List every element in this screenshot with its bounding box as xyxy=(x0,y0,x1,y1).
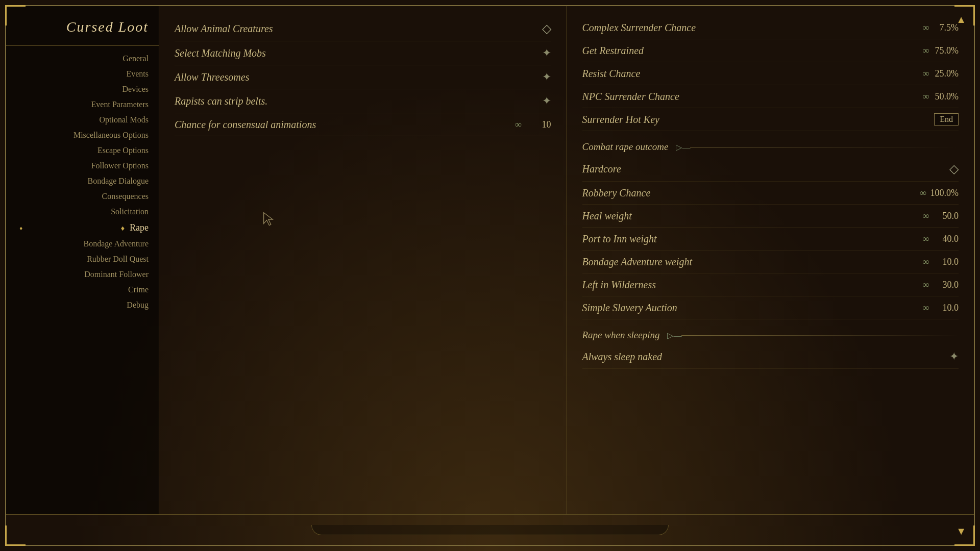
allow-threesomes-control[interactable]: ✦ xyxy=(542,70,551,84)
combat-section-expand-icon[interactable]: ▷— xyxy=(676,142,690,152)
robbery-chance-label: Robbery Chance xyxy=(582,187,651,199)
sidebar-item-events[interactable]: Events xyxy=(6,66,159,82)
hardcore-control[interactable]: ◇ xyxy=(949,162,959,176)
port-to-inn-weight-value[interactable]: 40.0 xyxy=(933,234,959,244)
complex-surrender-link-icon xyxy=(922,22,929,33)
rapists-strip-belts-control[interactable]: ✦ xyxy=(542,94,551,108)
allow-animal-creatures-icon[interactable]: ◇ xyxy=(542,21,551,36)
setting-select-matching-mobs: Select Matching Mobs ✦ xyxy=(175,41,551,65)
setting-hardcore: Hardcore ◇ xyxy=(582,157,959,182)
left-in-wilderness-label: Left in Wilderness xyxy=(582,279,656,291)
bondage-adventure-weight-control[interactable]: 10.0 xyxy=(922,257,959,267)
allow-animal-creatures-label: Allow Animal Creatures xyxy=(175,23,273,35)
sidebar-item-follower-options[interactable]: Follower Options xyxy=(6,158,159,173)
right-panel: Complex Surrender Chance 7.5% Get Restra… xyxy=(567,6,974,514)
corner-decoration-tl xyxy=(5,5,26,26)
bottom-decoration xyxy=(311,525,669,535)
surrender-hot-key-value[interactable]: End xyxy=(934,113,959,126)
hardcore-label: Hardcore xyxy=(582,163,621,175)
complex-surrender-chance-label: Complex Surrender Chance xyxy=(582,22,696,34)
get-restrained-control[interactable]: 75.0% xyxy=(922,45,959,56)
heal-weight-value[interactable]: 50.0 xyxy=(933,211,959,221)
chance-consensual-control[interactable]: 10 xyxy=(515,119,551,130)
get-restrained-value[interactable]: 75.0% xyxy=(933,45,959,56)
always-sleep-naked-icon[interactable]: ✦ xyxy=(949,350,959,363)
select-matching-mobs-icon[interactable]: ✦ xyxy=(542,46,551,60)
sleeping-section-expand-icon[interactable]: ▷— xyxy=(667,331,681,340)
rape-when-sleeping-section: Rape when sleeping ▷— xyxy=(582,322,959,345)
robbery-chance-link-icon xyxy=(920,188,926,198)
sidebar-item-optional-mods[interactable]: Optional Mods xyxy=(6,112,159,128)
chance-consensual-value[interactable]: 10 xyxy=(526,119,551,130)
rape-when-sleeping-label: Rape when sleeping xyxy=(582,330,660,341)
bondage-adventure-weight-value[interactable]: 10.0 xyxy=(933,257,959,267)
port-to-inn-weight-label: Port to Inn weight xyxy=(582,233,657,245)
simple-slavery-auction-value[interactable]: 10.0 xyxy=(933,303,959,313)
surrender-hot-key-label: Surrender Hot Key xyxy=(582,114,659,126)
scroll-up-button[interactable]: ▲ xyxy=(956,14,966,26)
left-in-wilderness-control[interactable]: 30.0 xyxy=(922,280,959,290)
corner-decoration-bl xyxy=(5,525,26,546)
sidebar-item-escape-options[interactable]: Escape Options xyxy=(6,143,159,158)
setting-bondage-adventure-weight: Bondage Adventure weight 10.0 xyxy=(582,251,959,273)
sidebar-item-event-parameters[interactable]: Event Parameters xyxy=(6,97,159,112)
setting-allow-threesomes: Allow Threesomes ✦ xyxy=(175,65,551,89)
sidebar-item-solicitation[interactable]: Solicitation xyxy=(6,204,159,219)
get-restrained-label: Get Restrained xyxy=(582,45,644,57)
npc-surrender-chance-label: NPC Surrender Chance xyxy=(582,91,679,103)
get-restrained-link-icon xyxy=(922,45,929,56)
sidebar-item-devices[interactable]: Devices xyxy=(6,82,159,97)
resist-chance-label: Resist Chance xyxy=(582,68,641,80)
robbery-chance-control[interactable]: 100.0% xyxy=(920,188,959,198)
rape-active-icon: ⬧ xyxy=(120,222,126,233)
sleeping-section-line xyxy=(681,335,959,336)
sidebar-item-crime[interactable]: Crime xyxy=(6,282,159,297)
simple-slavery-auction-control[interactable]: 10.0 xyxy=(922,303,959,313)
complex-surrender-chance-control[interactable]: 7.5% xyxy=(922,22,959,33)
select-matching-mobs-control[interactable]: ✦ xyxy=(542,46,551,60)
rapists-strip-belts-icon[interactable]: ✦ xyxy=(542,94,551,108)
resist-chance-control[interactable]: 25.0% xyxy=(922,68,959,79)
always-sleep-naked-control[interactable]: ✦ xyxy=(949,350,959,363)
npc-surrender-chance-value[interactable]: 50.0% xyxy=(933,91,959,102)
chance-consensual-link-icon xyxy=(515,119,522,130)
sidebar-item-bondage-dialogue[interactable]: Bondage Dialogue xyxy=(6,173,159,189)
sidebar-item-rape[interactable]: ⬧ Rape xyxy=(6,219,159,236)
resist-chance-link-icon xyxy=(922,68,929,79)
heal-weight-control[interactable]: 50.0 xyxy=(922,211,959,221)
sidebar-item-general[interactable]: General xyxy=(6,51,159,66)
sidebar-item-miscellaneous-options[interactable]: Miscellaneous Options xyxy=(6,128,159,143)
port-to-inn-weight-control[interactable]: 40.0 xyxy=(922,234,959,244)
setting-resist-chance: Resist Chance 25.0% xyxy=(582,62,959,85)
left-in-wilderness-value[interactable]: 30.0 xyxy=(933,280,959,290)
always-sleep-naked-label: Always sleep naked xyxy=(582,351,663,363)
surrender-hot-key-control[interactable]: End xyxy=(934,113,959,126)
hardcore-icon[interactable]: ◇ xyxy=(949,162,959,176)
left-in-wilderness-link-icon xyxy=(922,280,929,290)
setting-surrender-hot-key: Surrender Hot Key End xyxy=(582,108,959,131)
allow-animal-creatures-control[interactable]: ◇ xyxy=(542,21,551,36)
sidebar-item-bondage-adventure[interactable]: Bondage Adventure xyxy=(6,236,159,252)
simple-slavery-link-icon xyxy=(922,303,929,313)
sidebar-item-debug[interactable]: Debug xyxy=(6,297,159,313)
npc-surrender-chance-control[interactable]: 50.0% xyxy=(922,91,959,102)
setting-allow-animal-creatures: Allow Animal Creatures ◇ xyxy=(175,16,551,41)
npc-surrender-link-icon xyxy=(922,91,929,102)
simple-slavery-auction-label: Simple Slavery Auction xyxy=(582,302,677,314)
setting-npc-surrender-chance: NPC Surrender Chance 50.0% xyxy=(582,85,959,108)
sidebar-item-consequences[interactable]: Consequences xyxy=(6,189,159,204)
heal-weight-link-icon xyxy=(922,211,929,221)
sidebar-item-dominant-follower[interactable]: Dominant Follower xyxy=(6,267,159,282)
sidebar-item-rubber-doll-quest[interactable]: Rubber Doll Quest xyxy=(6,252,159,267)
allow-threesomes-icon[interactable]: ✦ xyxy=(542,70,551,84)
setting-always-sleep-naked: Always sleep naked ✦ xyxy=(582,345,959,369)
combat-rape-outcome-section: Combat rape outcome ▷— xyxy=(582,134,959,157)
heal-weight-label: Heal weight xyxy=(582,210,632,222)
rapists-strip-belts-label: Rapists can strip belts. xyxy=(175,95,267,107)
setting-get-restrained: Get Restrained 75.0% xyxy=(582,39,959,62)
setting-port-to-inn-weight: Port to Inn weight 40.0 xyxy=(582,228,959,251)
scroll-down-button[interactable]: ▼ xyxy=(956,525,966,537)
robbery-chance-value[interactable]: 100.0% xyxy=(930,188,959,198)
content-area: Cursed Loot General Events Devices Event… xyxy=(6,6,974,514)
resist-chance-value[interactable]: 25.0% xyxy=(933,68,959,79)
